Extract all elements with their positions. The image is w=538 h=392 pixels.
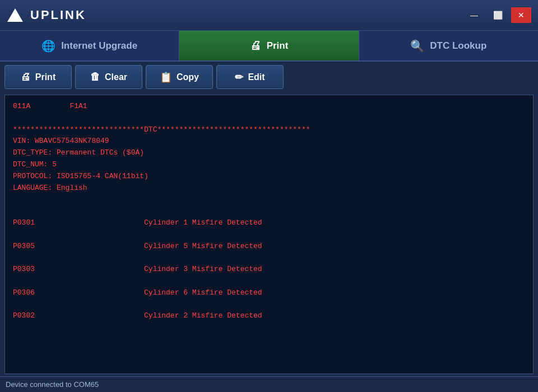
status-bar: Device connected to COM65 <box>0 376 538 392</box>
copy-button-label: Copy <box>177 72 199 82</box>
status-text: Device connected to COM65 <box>6 380 99 389</box>
print-button[interactable]: 🖨 Print <box>4 65 72 89</box>
clear-button[interactable]: 🗑 Clear <box>75 65 142 89</box>
tab-bar: 🌐 Internet Upgrade 🖨 Print 🔍 DTC Lookup <box>0 31 538 62</box>
content-area: 011A F1A1 ******************************… <box>0 92 538 376</box>
minimize-button[interactable]: — <box>464 7 484 23</box>
title-bar: UPLINK — ⬜ ✕ <box>0 0 538 31</box>
toolbar: 🖨 Print 🗑 Clear 📋 Copy ✏ Edit <box>0 62 538 92</box>
internet-upgrade-icon: 🌐 <box>41 39 55 53</box>
print-button-icon: 🖨 <box>21 71 31 83</box>
tab-dtc-lookup[interactable]: 🔍 DTC Lookup <box>359 31 538 60</box>
text-display-wrapper: 011A F1A1 ******************************… <box>4 95 534 374</box>
copy-button-icon: 📋 <box>160 71 172 83</box>
edit-button-label: Edit <box>248 72 265 82</box>
print-button-label: Print <box>35 72 55 82</box>
tab-dtc-lookup-label: DTC Lookup <box>430 40 486 52</box>
window-controls: — ⬜ ✕ <box>464 7 531 23</box>
app-title: UPLINK <box>30 8 86 22</box>
logo-icon <box>7 7 24 24</box>
text-display[interactable]: 011A F1A1 ******************************… <box>5 95 533 374</box>
copy-button[interactable]: 📋 Copy <box>146 65 213 89</box>
dtc-lookup-icon: 🔍 <box>410 39 424 53</box>
tab-print-label: Print <box>267 40 289 52</box>
clear-button-label: Clear <box>105 72 127 82</box>
edit-button-icon: ✏ <box>235 71 243 83</box>
tab-print[interactable]: 🖨 Print <box>179 31 359 60</box>
clear-button-icon: 🗑 <box>90 71 100 83</box>
print-tab-icon: 🖨 <box>250 39 261 52</box>
tab-internet-upgrade[interactable]: 🌐 Internet Upgrade <box>0 31 179 60</box>
tab-internet-upgrade-label: Internet Upgrade <box>61 40 137 52</box>
close-button[interactable]: ✕ <box>511 7 531 23</box>
edit-button[interactable]: ✏ Edit <box>216 65 284 89</box>
restore-button[interactable]: ⬜ <box>488 7 508 23</box>
